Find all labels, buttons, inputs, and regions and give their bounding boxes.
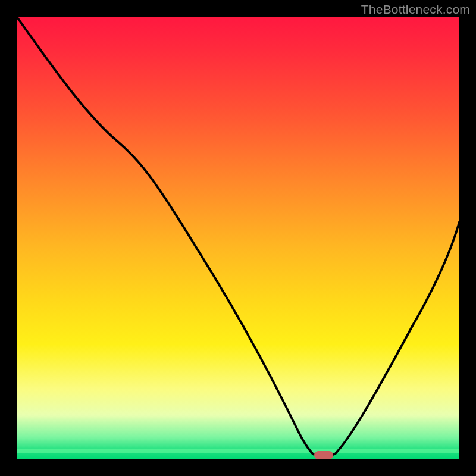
optimal-marker	[314, 451, 333, 459]
attribution-text: TheBottleneck.com	[361, 2, 470, 17]
plot-area	[17, 17, 459, 459]
curve-svg	[17, 17, 459, 459]
chart-stage: TheBottleneck.com	[0, 0, 476, 476]
bottleneck-curve	[17, 17, 459, 456]
